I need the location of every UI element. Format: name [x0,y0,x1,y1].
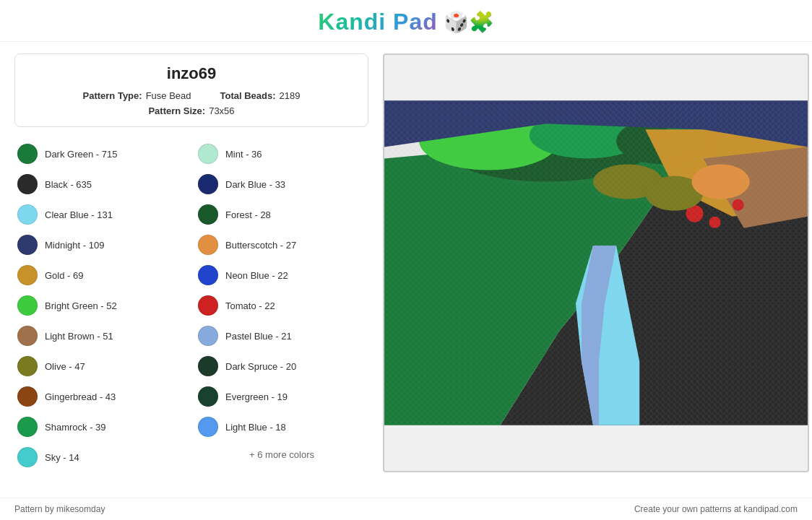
color-item: Midnight - 109 [14,231,188,259]
color-item: Bright Green - 52 [14,292,188,319]
color-label: Neon Blue - 22 [225,270,288,281]
bead-svg [384,55,808,471]
meta-pattern-size: Pattern Size: 73x56 [148,105,234,116]
color-swatch [198,356,218,376]
svg-rect-20 [384,100,808,425]
color-item: Shamrock - 39 [14,413,188,441]
logo-kandi: Kandi [318,9,386,35]
color-label: Dark Green - 715 [45,149,117,160]
color-swatch [17,386,38,407]
color-item: Tomato - 22 [195,292,368,319]
pattern-title: inzo69 [28,64,355,83]
color-item: Forest - 28 [195,201,368,228]
pattern-type-value: Fuse Bead [146,90,191,101]
right-panel [383,53,809,472]
color-label: Gingerbread - 43 [45,391,116,402]
color-swatch [198,386,218,407]
color-item: Gold - 69 [14,261,188,289]
color-swatch [17,326,38,346]
color-swatch [198,174,218,194]
color-swatch [198,417,218,437]
color-swatch [198,204,218,225]
color-swatch [17,144,38,164]
color-item: Dark Spruce - 20 [195,352,368,380]
color-grid: Dark Green - 715Mint - 36Black - 635Dark… [14,140,368,471]
color-label: Midnight - 109 [45,240,104,251]
meta-total-beads: Total Beads: 2189 [220,90,301,101]
color-item: Pastel Blue - 21 [195,322,368,350]
color-label: Light Brown - 51 [45,331,113,342]
color-label: Gold - 69 [45,270,83,281]
color-label: Dark Spruce - 20 [225,361,296,372]
color-label: Dark Blue - 33 [225,179,285,190]
header: Kandi Pad 🎲🧩 [0,0,812,42]
color-swatch [17,356,38,376]
color-item: Dark Blue - 33 [195,170,368,198]
color-swatch [198,295,218,316]
pattern-type-label: Pattern Type: [83,90,142,101]
color-item: Dark Green - 715 [14,140,188,168]
color-label: Olive - 47 [45,361,85,372]
total-beads-value: 2189 [280,90,301,101]
pattern-info-box: inzo69 Pattern Type: Fuse Bead Total Bea… [14,53,368,127]
meta-pattern-type: Pattern Type: Fuse Bead [83,90,191,101]
pattern-size-label: Pattern Size: [148,105,205,116]
color-swatch [198,144,218,164]
left-panel: inzo69 Pattern Type: Fuse Bead Total Bea… [14,53,368,472]
color-item: Neon Blue - 22 [195,261,368,289]
more-colors: + 6 more colors [195,449,368,471]
color-swatch [17,204,38,225]
color-swatch [17,265,38,285]
logo-icon: 🎲🧩 [444,10,494,34]
color-item: Light Blue - 18 [195,413,368,441]
color-label: Shamrock - 39 [45,422,106,433]
color-label: Clear Blue - 131 [45,209,113,220]
color-swatch [17,447,38,467]
color-item: Evergreen - 19 [195,383,368,410]
color-swatch [198,265,218,285]
color-label: Pastel Blue - 21 [225,331,292,342]
color-label: Evergreen - 19 [225,391,288,402]
footer: Pattern by mikesomday Create your own pa… [0,498,812,520]
color-item: Sky - 14 [14,443,188,471]
color-item: Mint - 36 [195,140,368,168]
color-item: Olive - 47 [14,352,188,380]
color-swatch [198,326,218,346]
pattern-meta: Pattern Type: Fuse Bead Total Beads: 218… [28,90,355,101]
logo: Kandi Pad [318,9,437,35]
color-label: Bright Green - 52 [45,300,117,311]
color-swatch [198,235,218,255]
color-item: Black - 635 [14,170,188,198]
logo-pad: Pad [393,9,438,35]
color-label: Black - 635 [45,179,92,190]
pattern-size-value: 73x56 [209,105,234,116]
color-label: Tomato - 22 [225,300,275,311]
color-label: Forest - 28 [225,209,271,220]
color-swatch [17,235,38,255]
color-label: Sky - 14 [45,452,79,463]
color-item: Clear Blue - 131 [14,201,188,228]
color-item: Gingerbread - 43 [14,383,188,410]
main-content: inzo69 Pattern Type: Fuse Bead Total Bea… [0,42,812,484]
color-label: Butterscotch - 27 [225,240,296,251]
color-label: Light Blue - 18 [225,422,286,433]
pattern-meta-size: Pattern Size: 73x56 [28,105,355,116]
footer-right: Create your own patterns at kandipad.com [634,504,798,514]
color-item: Light Brown - 51 [14,322,188,350]
color-swatch [17,295,38,316]
color-item: Butterscotch - 27 [195,231,368,259]
pattern-canvas [383,53,809,472]
color-swatch [17,174,38,194]
color-label: Mint - 36 [225,149,262,160]
total-beads-label: Total Beads: [220,90,276,101]
color-swatch [17,417,38,437]
footer-left: Pattern by mikesomday [14,504,105,514]
